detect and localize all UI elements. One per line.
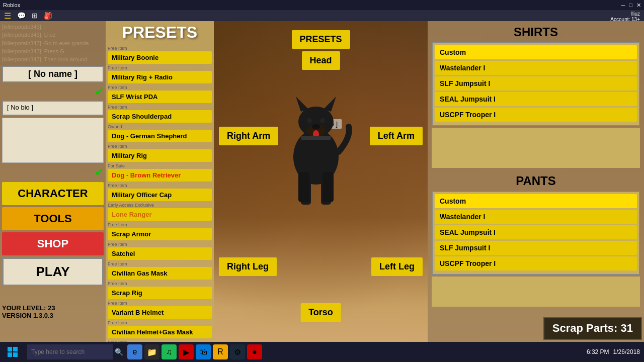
shirt-item[interactable]: USCPF Trooper I bbox=[435, 108, 637, 122]
taskbar-time: 6:32 PM bbox=[587, 348, 609, 355]
title-bar-text: Roblox bbox=[3, 2, 20, 8]
svg-rect-15 bbox=[13, 347, 18, 351]
leaderboard-icon[interactable]: ⊞ bbox=[32, 12, 38, 20]
preset-item[interactable]: Military Boonie bbox=[108, 51, 212, 64]
backpack-icon[interactable]: 🎒 bbox=[44, 12, 52, 20]
preset-item[interactable]: Military Officer Cap bbox=[108, 189, 212, 201]
svg-marker-4 bbox=[296, 97, 308, 112]
pants-item[interactable]: Wastelander I bbox=[435, 210, 637, 224]
dog-svg bbox=[271, 71, 361, 212]
preset-item-wrapper: Free ItemScrap Shoulderpad bbox=[108, 105, 212, 123]
shirt-item[interactable]: SLF Jumpsuit I bbox=[435, 76, 637, 90]
right-arm-button[interactable]: Right Arm bbox=[219, 127, 278, 145]
pants-section: PANTS CustomWastelander ISEAL Jumpsuit I… bbox=[432, 174, 640, 307]
pants-item[interactable]: USCPF Trooper I bbox=[435, 256, 637, 270]
svg-rect-17 bbox=[13, 352, 18, 357]
preset-item-wrapper: Free ItemScrap Armor bbox=[108, 222, 212, 240]
preset-item-wrapper: Free ItemSatchel bbox=[108, 242, 212, 260]
start-button[interactable] bbox=[0, 342, 25, 362]
bio-text-area[interactable] bbox=[2, 118, 104, 163]
player-name-text: [ No name ] bbox=[28, 69, 77, 79]
preset-item[interactable]: Scrap Shoulderpad bbox=[108, 110, 212, 123]
taskbar-rec-icon[interactable]: ● bbox=[247, 344, 262, 359]
preset-label: Free Item bbox=[108, 222, 212, 227]
taskbar-youtube-icon[interactable]: ▶ bbox=[179, 344, 194, 359]
svg-marker-5 bbox=[324, 97, 336, 112]
taskbar-icons: e 📁 ♫ ▶ 🛍 R ⚙ ● bbox=[127, 344, 262, 359]
preset-item[interactable]: Satchel bbox=[108, 247, 212, 260]
taskbar-store-icon[interactable]: 🛍 bbox=[196, 344, 211, 359]
player-name-box[interactable]: [ No name ] bbox=[2, 66, 104, 82]
pants-item[interactable]: SEAL Jumpsuit I bbox=[435, 225, 637, 239]
right-leg-button[interactable]: Right Leg bbox=[219, 257, 277, 276]
close-icon[interactable]: ✕ bbox=[636, 2, 641, 9]
preset-item[interactable]: Civilian Gas Mask bbox=[108, 267, 212, 280]
bio-box: [ No bio ] bbox=[2, 101, 104, 116]
username-display: lliuz bbox=[610, 11, 640, 17]
preset-label: Early Access Exclusive bbox=[108, 203, 212, 208]
shirt-item[interactable]: Wastelander I bbox=[435, 61, 637, 75]
preset-label: Free Item bbox=[108, 85, 212, 90]
character-button[interactable]: CHARACTER bbox=[2, 182, 104, 205]
shirts-extra-space bbox=[432, 128, 640, 168]
dog-character bbox=[271, 71, 371, 262]
taskbar-roblox-icon[interactable]: R bbox=[213, 344, 228, 359]
level-info: YOUR LEVEL: 23 VERSION 1.3.0.3 bbox=[2, 304, 55, 319]
preset-item[interactable]: Dog - German Shepherd bbox=[108, 130, 212, 142]
preset-item-wrapper: For SaleDog - Brown Retriever bbox=[108, 163, 212, 182]
taskbar-file-icon[interactable]: 📁 bbox=[144, 344, 159, 359]
preset-item[interactable]: SLF Wrist PDA bbox=[108, 90, 212, 103]
minimize-icon[interactable]: ─ bbox=[621, 2, 625, 9]
version-text: VERSION 1.3.0.3 bbox=[2, 312, 55, 319]
preset-item[interactable]: Lone Ranger bbox=[108, 208, 212, 221]
pants-item[interactable]: SLF Jumpsuit I bbox=[435, 241, 637, 255]
svg-point-6 bbox=[307, 118, 312, 123]
chat-icon[interactable]: 💬 bbox=[17, 12, 26, 20]
shirt-item[interactable]: Custom bbox=[435, 45, 637, 59]
search-input[interactable] bbox=[27, 344, 113, 359]
roblox-menu-icon[interactable]: ☰ bbox=[4, 11, 11, 21]
bio-label: [ No bio ] bbox=[7, 104, 33, 111]
svg-point-3 bbox=[312, 124, 320, 129]
check-icon-2[interactable]: ✔ bbox=[2, 166, 104, 179]
pants-title: PANTS bbox=[432, 174, 640, 188]
preset-label: Owned bbox=[108, 124, 212, 129]
preset-item-wrapper: Free ItemMilitary Rig bbox=[108, 144, 212, 162]
preset-item-wrapper: Free ItemMilitary Boonie bbox=[108, 46, 212, 64]
check-icon-1[interactable]: ✔ bbox=[2, 85, 104, 99]
head-button[interactable]: Head bbox=[301, 51, 340, 70]
svg-rect-14 bbox=[8, 347, 12, 351]
presets-button[interactable]: PRESETS bbox=[291, 30, 350, 49]
preset-label: Free Item bbox=[108, 46, 212, 51]
pants-extra-space bbox=[432, 277, 640, 307]
maximize-icon[interactable]: □ bbox=[629, 2, 632, 9]
preset-item[interactable]: Variant B Helmet bbox=[108, 306, 212, 319]
taskbar-edge-icon[interactable]: e bbox=[127, 344, 142, 359]
preset-label: Free Item bbox=[108, 320, 212, 325]
left-leg-button[interactable]: Left Leg bbox=[371, 257, 423, 276]
preset-label: Free Item bbox=[108, 144, 212, 149]
left-arm-button[interactable]: Left Arm bbox=[370, 127, 423, 145]
taskbar-spotify-icon[interactable]: ♫ bbox=[162, 344, 177, 359]
preset-item-wrapper: Free ItemCivilian Gas Mask bbox=[108, 261, 212, 280]
taskbar-steam-icon[interactable]: ⚙ bbox=[230, 344, 245, 359]
svg-rect-10 bbox=[298, 172, 309, 202]
preset-item[interactable]: Military Rig bbox=[108, 149, 212, 162]
play-button[interactable]: PLAY bbox=[2, 257, 104, 286]
level-text: YOUR LEVEL: 23 bbox=[2, 304, 55, 312]
svg-point-7 bbox=[320, 118, 325, 123]
shirt-item[interactable]: SEAL Jumpsuit I bbox=[435, 92, 637, 106]
preset-item[interactable]: Civilian Helmet+Gas Mask bbox=[108, 326, 212, 338]
preset-item[interactable]: Scrap Armor bbox=[108, 228, 212, 240]
preset-item[interactable]: Scrap Rig bbox=[108, 287, 212, 299]
preset-label: Free Item bbox=[108, 65, 212, 70]
search-icon: 🔍 bbox=[115, 348, 123, 356]
preset-item-wrapper: Free ItemMilitary Officer Cap bbox=[108, 183, 212, 201]
preset-item[interactable]: Military Rig + Radio bbox=[108, 71, 212, 83]
tools-button[interactable]: TOOLS bbox=[2, 207, 104, 230]
preset-item[interactable]: Dog - Brown Retriever bbox=[108, 169, 212, 182]
shop-button[interactable]: SHOP bbox=[2, 232, 104, 255]
preset-label: For Sale bbox=[108, 163, 212, 168]
torso-button[interactable]: Torso bbox=[300, 303, 341, 322]
pants-item[interactable]: Custom bbox=[435, 194, 637, 208]
